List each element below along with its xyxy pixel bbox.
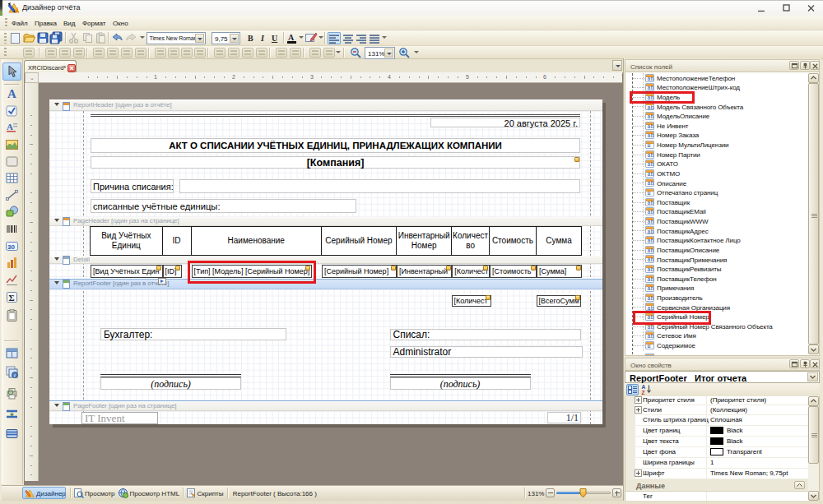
svg-text:i: i (14, 372, 16, 379)
svg-text:30: 30 (7, 243, 15, 251)
svg-text:A: A (7, 122, 13, 132)
svg-text:Z: Z (642, 390, 645, 395)
svg-text:Σ: Σ (9, 293, 15, 303)
svg-text:A: A (7, 87, 16, 100)
